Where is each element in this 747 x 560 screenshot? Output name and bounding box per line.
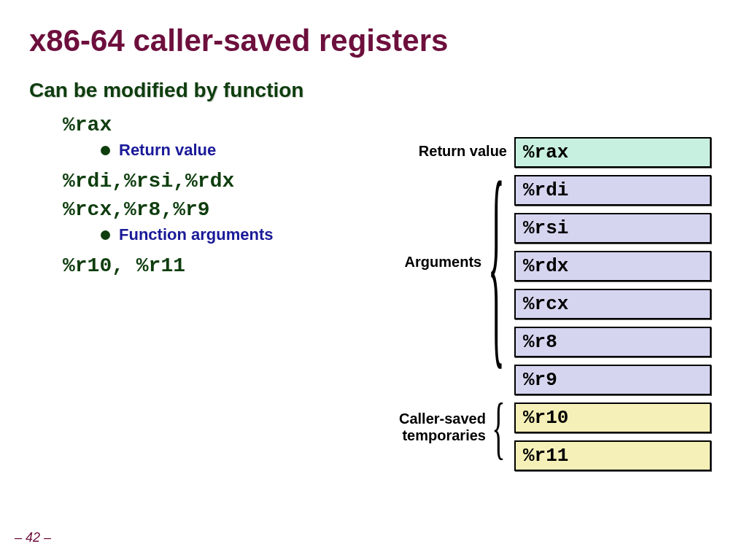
reg-group-args-a: %rdi,%rsi,%rdx	[63, 168, 336, 194]
label-arguments: Arguments {	[405, 254, 507, 271]
slide-title: x86-64 caller-saved registers	[29, 23, 718, 58]
label-line2: temporaries	[402, 427, 486, 443]
reg-group-rax: %rax	[63, 112, 336, 138]
label-text: Caller-saved temporaries	[399, 411, 486, 444]
reg-box-rcx: %rcx	[514, 289, 711, 319]
registers-column: %rax %rdi %rsi %rdx %rcx %r8 %r9 %r10 %r…	[514, 137, 711, 478]
bullet-icon	[101, 146, 110, 155]
reg-box-rdi: %rdi	[514, 175, 711, 206]
bullet-return-value: Return value	[101, 141, 336, 160]
label-line1: Caller-saved	[399, 411, 486, 427]
bullet-label: Return value	[119, 141, 216, 160]
reg-box-rsi: %rsi	[514, 213, 711, 244]
bullet-icon	[101, 230, 110, 240]
bullet-func-args: Function arguments	[101, 225, 336, 244]
reg-box-r10: %r10	[514, 402, 711, 433]
reg-box-rax: %rax	[514, 137, 711, 168]
labels-column: Return value Arguments { Caller-saved te…	[361, 137, 507, 478]
register-diagram: Return value Arguments { Caller-saved te…	[361, 137, 711, 478]
page-number: – 42 –	[15, 530, 51, 545]
bullet-label: Function arguments	[119, 225, 273, 244]
label-caller-saved-temps: Caller-saved temporaries {	[399, 411, 507, 444]
reg-box-r8: %r8	[514, 327, 711, 357]
reg-box-r9: %r9	[514, 365, 711, 395]
reg-box-rdx: %rdx	[514, 251, 711, 281]
left-column: %rax Return value %rdi,%rsi,%rdx %rcx,%r…	[29, 112, 336, 281]
reg-group-temps: %r10, %r11	[63, 253, 336, 279]
slide-subtitle: Can be modified by function	[29, 79, 718, 102]
reg-group-args-b: %rcx,%r8,%r9	[63, 197, 336, 222]
reg-box-r11: %r11	[514, 440, 711, 471]
label-text: Arguments	[405, 254, 482, 271]
